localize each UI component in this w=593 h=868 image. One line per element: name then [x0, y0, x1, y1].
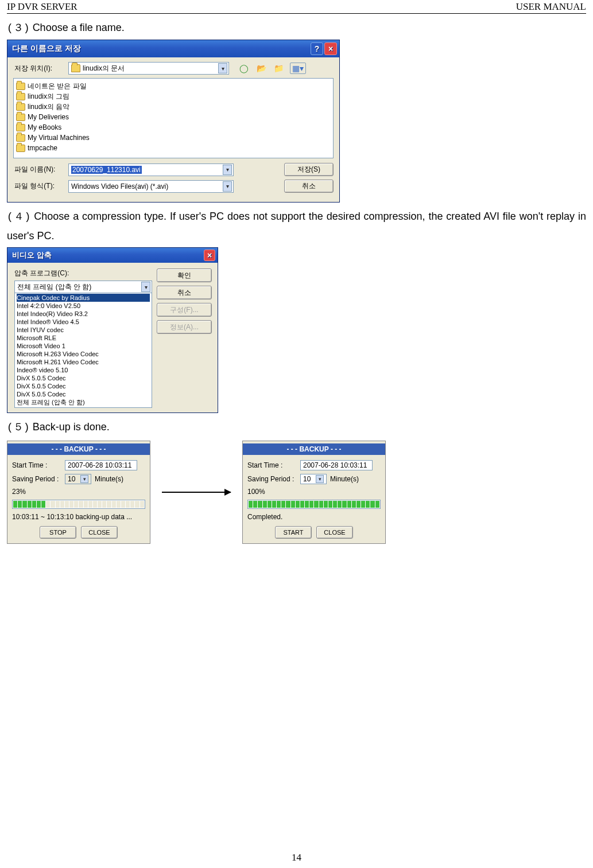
compression-option[interactable]: DivX 5.0.5 Codec	[17, 374, 150, 382]
header-right: USER MANUAL	[516, 1, 586, 13]
progress-segment	[117, 501, 121, 508]
folder-icon	[16, 124, 25, 131]
compression-option[interactable]: Indeo® video 5.10	[17, 366, 150, 374]
compression-option[interactable]: DivX 5.0.5 Codec	[17, 390, 150, 398]
saving-period-label: Saving Period :	[12, 475, 61, 483]
saving-period-value[interactable]: 10 ▾	[300, 474, 327, 484]
progress-segment	[135, 501, 139, 508]
progress-segment	[314, 501, 318, 508]
folder-icon	[16, 114, 25, 121]
filename-input[interactable]: 20070629_112310.avi ▾	[68, 164, 234, 176]
save-location-label: 저장 위치(I):	[14, 64, 63, 73]
folder-icon	[16, 145, 25, 152]
chevron-down-icon[interactable]: ▾	[223, 181, 232, 192]
compression-option[interactable]: Microsoft Video 1	[17, 342, 150, 350]
close-icon[interactable]: ×	[324, 42, 337, 55]
backup-dialog-in-progress: - - - BACKUP - - - Start Time : 2007-06-…	[7, 441, 150, 544]
compression-option[interactable]: Intel IYUV codec	[17, 326, 150, 334]
save-as-titlebar[interactable]: 다른 이름으로 저장 ? ×	[7, 40, 339, 57]
cancel-button[interactable]: 취소	[157, 286, 212, 299]
saving-period-value: 10 ▾	[65, 474, 91, 484]
compression-combo[interactable]: 전체 프레임 (압축 안 함) ▾	[14, 281, 152, 293]
folder-icon	[16, 83, 25, 90]
start-time-value[interactable]: 2007-06-28 10:03:11	[65, 460, 137, 470]
compression-option[interactable]: Microsoft H.261 Video Codec	[17, 358, 150, 366]
back-icon[interactable]: ◯	[238, 63, 250, 74]
compression-option[interactable]: Intel 4:2:0 Video V2.50	[17, 302, 150, 310]
step-4-text: Choose a compression type. If user's PC …	[7, 211, 586, 241]
save-button[interactable]: 저장(S)	[284, 163, 334, 176]
file-list-item[interactable]: tmpcache	[16, 143, 173, 153]
save-location-combo[interactable]: linudix의 문서 ▾	[68, 62, 229, 75]
progress-segment	[13, 501, 17, 508]
compression-option-highlighted[interactable]: Cinepak Codec by Radius	[17, 294, 150, 302]
filetype-label: 파일 형식(T):	[14, 181, 63, 191]
saving-period-unit: Minute(s)	[330, 475, 359, 483]
progress-bar	[12, 500, 145, 509]
compression-option[interactable]: Intel Indeo® Video 4.5	[17, 318, 150, 326]
compression-option-list[interactable]: Cinepak Codec by Radius Intel 4:2:0 Vide…	[14, 293, 152, 408]
step-5-text: Back-up is done.	[33, 421, 110, 433]
file-list[interactable]: 네이트온 받은 파일linudix의 그림linudix의 음악My Deliv…	[13, 78, 334, 158]
views-icon[interactable]: ▦▾	[290, 63, 306, 74]
new-folder-icon[interactable]: 📁	[273, 63, 284, 74]
video-compression-dialog: 비디오 압축 × 압축 프로그램(C): 전체 프레임 (압축 안 함) ▾ C…	[7, 247, 218, 413]
progress-segment	[121, 501, 125, 508]
close-button[interactable]: CLOSE	[81, 526, 118, 539]
compression-option[interactable]: Intel Indeo(R) Video R3.2	[17, 310, 150, 318]
chevron-down-icon[interactable]: ▾	[218, 63, 227, 73]
filetype-combo[interactable]: Windows Video Files(avi) (*.avi) ▾	[68, 180, 234, 193]
progress-segment	[361, 501, 365, 508]
progress-segment	[300, 501, 304, 508]
file-list-item[interactable]: linudix의 그림	[16, 91, 173, 102]
progress-segment	[338, 501, 342, 508]
ok-button[interactable]: 확인	[157, 268, 212, 282]
progress-segment	[296, 501, 300, 508]
compression-option[interactable]: DivX 5.0.5 Codec	[17, 382, 150, 390]
cancel-button[interactable]: 취소	[284, 180, 334, 193]
folder-icon	[16, 134, 25, 142]
start-time-label: Start Time :	[12, 461, 61, 469]
progress-segment	[126, 501, 130, 508]
progress-segment	[32, 501, 36, 508]
compression-selected: 전체 프레임 (압축 안 함)	[17, 282, 91, 292]
close-button[interactable]: CLOSE	[316, 526, 353, 539]
compression-option[interactable]: 전체 프레임 (압축 안 함)	[17, 398, 150, 406]
close-icon[interactable]: ×	[204, 250, 215, 261]
progress-segment	[253, 501, 257, 508]
chevron-down-icon[interactable]: ▾	[223, 165, 232, 175]
compression-option[interactable]: Microsoft RLE	[17, 334, 150, 342]
progress-segment	[98, 501, 102, 508]
progress-percent: 23%	[12, 488, 26, 496]
chevron-down-icon[interactable]: ▾	[141, 282, 150, 292]
progress-segment	[93, 501, 97, 508]
progress-segment	[309, 501, 313, 508]
compression-option[interactable]: Microsoft H.263 Video Codec	[17, 350, 150, 358]
filename-label: 파일 이름(N):	[14, 165, 63, 174]
up-one-level-icon[interactable]: 📂	[255, 63, 267, 74]
progress-segment	[342, 501, 346, 508]
file-list-item[interactable]: My eBooks	[16, 122, 173, 133]
progress-segment	[79, 501, 83, 508]
start-time-value[interactable]: 2007-06-28 10:03:11	[300, 460, 373, 470]
file-list-item-label: 네이트온 받은 파일	[28, 81, 87, 91]
progress-segment	[102, 501, 106, 508]
stop-button[interactable]: STOP	[40, 526, 76, 539]
progress-segment	[65, 501, 69, 508]
file-list-item[interactable]: My Virtual Machines	[16, 133, 173, 143]
start-button[interactable]: START	[275, 526, 312, 539]
compression-titlebar[interactable]: 비디오 압축 ×	[7, 248, 218, 263]
file-list-item[interactable]: My Deliveries	[16, 112, 173, 122]
saving-period-label: Saving Period :	[247, 475, 297, 483]
file-list-item-label: My Deliveries	[28, 113, 69, 121]
filename-value: 20070629_112310.avi	[71, 166, 142, 174]
progress-segment	[286, 501, 290, 508]
chevron-down-icon[interactable]: ▾	[316, 475, 324, 483]
progress-segment	[333, 501, 337, 508]
help-icon[interactable]: ?	[311, 42, 323, 55]
progress-segment	[375, 501, 379, 508]
step-4-number: (４)	[7, 211, 30, 223]
folder-icon	[16, 103, 25, 111]
file-list-item[interactable]: 네이트온 받은 파일	[16, 81, 173, 91]
file-list-item[interactable]: linudix의 음악	[16, 102, 173, 112]
